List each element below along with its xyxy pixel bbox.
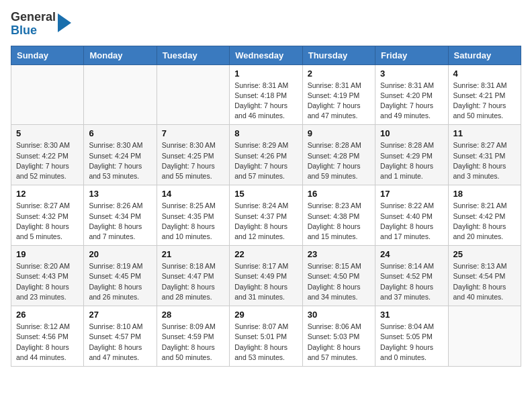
page-header: General Blue (11, 11, 521, 38)
calendar-header-row: SundayMondayTuesdayWednesdayThursdayFrid… (11, 46, 521, 64)
day-info: Sunrise: 8:07 AMSunset: 5:01 PMDaylight:… (234, 322, 297, 363)
day-number: 9 (308, 128, 370, 138)
header-saturday: Saturday (448, 46, 521, 64)
day-number: 14 (162, 189, 224, 199)
day-info: Sunrise: 8:10 AMSunset: 4:57 PMDaylight:… (89, 322, 151, 363)
day-info: Sunrise: 8:31 AMSunset: 4:21 PMDaylight:… (453, 81, 516, 122)
day-number: 13 (89, 189, 151, 199)
calendar-cell (157, 64, 229, 125)
day-number: 11 (453, 128, 516, 138)
day-info: Sunrise: 8:31 AMSunset: 4:20 PMDaylight:… (380, 81, 443, 122)
logo-blue: Blue (11, 24, 56, 38)
day-info: Sunrise: 8:28 AMSunset: 4:29 PMDaylight:… (380, 140, 443, 181)
day-info: Sunrise: 8:31 AMSunset: 4:18 PMDaylight:… (234, 81, 297, 122)
calendar-cell: 24Sunrise: 8:14 AMSunset: 4:52 PMDayligh… (375, 246, 448, 306)
calendar-cell: 22Sunrise: 8:17 AMSunset: 4:49 PMDayligh… (230, 246, 302, 306)
calendar-cell (11, 64, 84, 125)
day-info: Sunrise: 8:14 AMSunset: 4:52 PMDaylight:… (380, 261, 443, 302)
day-number: 31 (380, 310, 443, 320)
calendar-week-2: 5Sunrise: 8:30 AMSunset: 4:22 PMDaylight… (11, 125, 521, 185)
day-info: Sunrise: 8:24 AMSunset: 4:37 PMDaylight:… (234, 201, 297, 242)
day-info: Sunrise: 8:15 AMSunset: 4:50 PMDaylight:… (308, 261, 370, 302)
day-info: Sunrise: 8:29 AMSunset: 4:26 PMDaylight:… (234, 140, 297, 181)
calendar-cell: 4Sunrise: 8:31 AMSunset: 4:21 PMDaylight… (448, 64, 521, 125)
header-sunday: Sunday (11, 46, 84, 64)
day-number: 8 (234, 128, 297, 138)
calendar-cell: 3Sunrise: 8:31 AMSunset: 4:20 PMDaylight… (375, 64, 448, 125)
calendar-week-3: 12Sunrise: 8:27 AMSunset: 4:32 PMDayligh… (11, 185, 521, 246)
day-info: Sunrise: 8:17 AMSunset: 4:49 PMDaylight:… (234, 261, 297, 302)
day-number: 18 (453, 189, 516, 199)
day-number: 3 (380, 68, 443, 79)
calendar-cell: 9Sunrise: 8:28 AMSunset: 4:28 PMDaylight… (302, 125, 375, 185)
day-info: Sunrise: 8:25 AMSunset: 4:35 PMDaylight:… (162, 201, 224, 242)
day-number: 25 (453, 249, 516, 259)
day-number: 20 (89, 249, 151, 259)
day-info: Sunrise: 8:09 AMSunset: 4:59 PMDaylight:… (162, 322, 224, 363)
calendar-cell: 6Sunrise: 8:30 AMSunset: 4:24 PMDaylight… (84, 125, 157, 185)
logo: General Blue (11, 11, 71, 38)
day-info: Sunrise: 8:27 AMSunset: 4:31 PMDaylight:… (453, 140, 516, 181)
calendar-week-5: 26Sunrise: 8:12 AMSunset: 4:56 PMDayligh… (11, 306, 521, 367)
calendar-cell: 11Sunrise: 8:27 AMSunset: 4:31 PMDayligh… (448, 125, 521, 185)
calendar-week-1: 1Sunrise: 8:31 AMSunset: 4:18 PMDaylight… (11, 64, 521, 125)
day-info: Sunrise: 8:06 AMSunset: 5:03 PMDaylight:… (308, 322, 370, 363)
day-number: 28 (162, 310, 224, 320)
calendar-cell: 23Sunrise: 8:15 AMSunset: 4:50 PMDayligh… (302, 246, 375, 306)
calendar-cell: 12Sunrise: 8:27 AMSunset: 4:32 PMDayligh… (11, 185, 84, 246)
day-info: Sunrise: 8:18 AMSunset: 4:47 PMDaylight:… (162, 261, 224, 302)
day-number: 16 (308, 189, 370, 199)
calendar-cell: 28Sunrise: 8:09 AMSunset: 4:59 PMDayligh… (157, 306, 229, 367)
svg-marker-0 (58, 13, 71, 32)
calendar-cell: 27Sunrise: 8:10 AMSunset: 4:57 PMDayligh… (84, 306, 157, 367)
calendar-cell: 7Sunrise: 8:30 AMSunset: 4:25 PMDaylight… (157, 125, 229, 185)
day-number: 2 (308, 68, 370, 79)
day-info: Sunrise: 8:28 AMSunset: 4:28 PMDaylight:… (308, 140, 370, 181)
calendar-cell: 31Sunrise: 8:04 AMSunset: 5:05 PMDayligh… (375, 306, 448, 367)
day-info: Sunrise: 8:19 AMSunset: 4:45 PMDaylight:… (89, 261, 151, 302)
day-number: 26 (16, 310, 79, 320)
day-number: 12 (16, 189, 79, 199)
calendar-cell: 19Sunrise: 8:20 AMSunset: 4:43 PMDayligh… (11, 246, 84, 306)
day-number: 15 (234, 189, 297, 199)
calendar-cell: 2Sunrise: 8:31 AMSunset: 4:19 PMDaylight… (302, 64, 375, 125)
calendar-cell: 21Sunrise: 8:18 AMSunset: 4:47 PMDayligh… (157, 246, 229, 306)
day-number: 24 (380, 249, 443, 259)
day-info: Sunrise: 8:23 AMSunset: 4:38 PMDaylight:… (308, 201, 370, 242)
calendar-cell: 15Sunrise: 8:24 AMSunset: 4:37 PMDayligh… (230, 185, 302, 246)
header-friday: Friday (375, 46, 448, 64)
day-info: Sunrise: 8:30 AMSunset: 4:22 PMDaylight:… (16, 140, 79, 181)
calendar-table: SundayMondayTuesdayWednesdayThursdayFrid… (11, 46, 521, 367)
day-number: 4 (453, 68, 516, 79)
calendar-cell: 5Sunrise: 8:30 AMSunset: 4:22 PMDaylight… (11, 125, 84, 185)
calendar-cell: 20Sunrise: 8:19 AMSunset: 4:45 PMDayligh… (84, 246, 157, 306)
calendar-cell: 8Sunrise: 8:29 AMSunset: 4:26 PMDaylight… (230, 125, 302, 185)
calendar-cell: 26Sunrise: 8:12 AMSunset: 4:56 PMDayligh… (11, 306, 84, 367)
day-number: 5 (16, 128, 79, 138)
day-info: Sunrise: 8:31 AMSunset: 4:19 PMDaylight:… (308, 81, 370, 122)
calendar-cell: 14Sunrise: 8:25 AMSunset: 4:35 PMDayligh… (157, 185, 229, 246)
calendar-cell: 25Sunrise: 8:13 AMSunset: 4:54 PMDayligh… (448, 246, 521, 306)
calendar-week-4: 19Sunrise: 8:20 AMSunset: 4:43 PMDayligh… (11, 246, 521, 306)
day-info: Sunrise: 8:04 AMSunset: 5:05 PMDaylight:… (380, 322, 443, 363)
calendar-cell: 18Sunrise: 8:21 AMSunset: 4:42 PMDayligh… (448, 185, 521, 246)
calendar-cell: 10Sunrise: 8:28 AMSunset: 4:29 PMDayligh… (375, 125, 448, 185)
day-number: 7 (162, 128, 224, 138)
header-wednesday: Wednesday (230, 46, 302, 64)
day-info: Sunrise: 8:22 AMSunset: 4:40 PMDaylight:… (380, 201, 443, 242)
calendar-cell (84, 64, 157, 125)
day-number: 10 (380, 128, 443, 138)
header-thursday: Thursday (302, 46, 375, 64)
day-number: 6 (89, 128, 151, 138)
calendar-cell (448, 306, 521, 367)
calendar-cell: 29Sunrise: 8:07 AMSunset: 5:01 PMDayligh… (230, 306, 302, 367)
day-number: 17 (380, 189, 443, 199)
day-info: Sunrise: 8:21 AMSunset: 4:42 PMDaylight:… (453, 201, 516, 242)
day-number: 29 (234, 310, 297, 320)
day-info: Sunrise: 8:27 AMSunset: 4:32 PMDaylight:… (16, 201, 79, 242)
day-number: 30 (308, 310, 370, 320)
header-tuesday: Tuesday (157, 46, 229, 64)
day-info: Sunrise: 8:13 AMSunset: 4:54 PMDaylight:… (453, 261, 516, 302)
calendar-cell: 17Sunrise: 8:22 AMSunset: 4:40 PMDayligh… (375, 185, 448, 246)
day-info: Sunrise: 8:26 AMSunset: 4:34 PMDaylight:… (89, 201, 151, 242)
